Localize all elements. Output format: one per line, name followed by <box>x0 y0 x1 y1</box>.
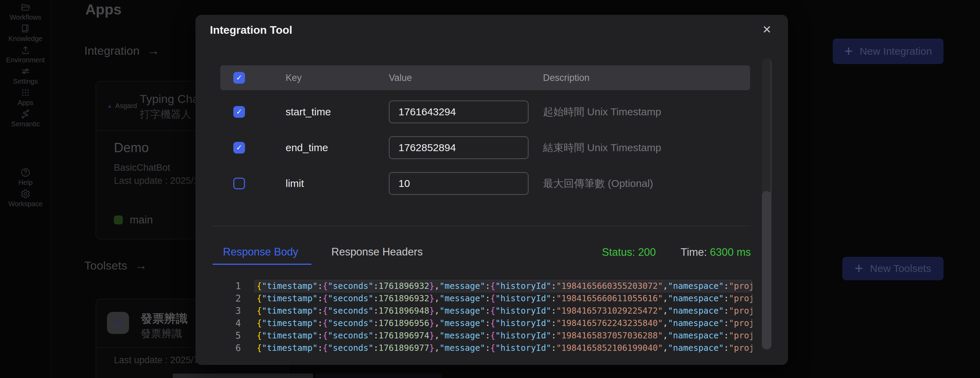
sidebar-main-nav: WorkflowsKnowledgeEnvironmentSettingsApp… <box>0 2 51 130</box>
branch-row: main <box>114 214 153 226</box>
upload-icon <box>20 45 30 55</box>
toolsets-section-link[interactable]: Toolsets → <box>84 258 147 273</box>
asgard-triangle-icon: ▲ <box>115 318 121 324</box>
parameter-description: 起始時間 Unix Timestamp <box>543 106 661 117</box>
toolset-card-title: 發票辨識 <box>141 311 188 327</box>
sidebar-item-label: Help <box>18 179 32 187</box>
arrow-right-icon: → <box>135 258 147 273</box>
sidebar-item-workflows[interactable]: Workflows <box>0 2 51 23</box>
row-checkbox-limit[interactable] <box>233 178 245 189</box>
sidebar-item-settings[interactable]: Settings <box>0 66 51 88</box>
gear-icon <box>20 189 30 199</box>
close-icon[interactable]: ✕ <box>762 24 772 35</box>
asgard-triangle-icon: ▲ <box>107 103 113 109</box>
brand-name: Asgard <box>112 324 124 328</box>
plus-icon: + <box>855 262 863 275</box>
sidebar-item-label: Semantic <box>11 120 40 128</box>
sidebar-item-help[interactable]: Help <box>0 167 51 189</box>
column-header-key: Key <box>286 73 389 83</box>
parameter-value-input-end_time[interactable] <box>389 136 528 159</box>
brand-name: Asgard <box>115 102 137 110</box>
grid-icon <box>20 88 30 98</box>
asgard-logo: ▲ Asgard <box>107 312 129 334</box>
new-toolsets-button[interactable]: + New Toolsets <box>842 257 943 280</box>
parameter-row-start_time: ✓start_time起始時間 Unix Timestamp <box>220 94 750 130</box>
toolsets-section-label: Toolsets <box>84 259 127 272</box>
app-card-title: Typing Chat <box>140 92 202 106</box>
sidebar-item-label: Workflows <box>10 13 41 21</box>
parameter-key: limit <box>286 178 304 189</box>
response-json-line: {"timestamp":{"seconds":1761896956},"mes… <box>254 317 752 329</box>
sidebar-item-label: Workspace <box>8 200 43 208</box>
check-icon: ✓ <box>236 108 242 116</box>
folder-icon <box>20 2 30 13</box>
sidebar: WorkflowsKnowledgeEnvironmentSettingsApp… <box>0 0 51 378</box>
response-json-code[interactable]: {"timestamp":{"seconds":1761896932},"mes… <box>254 280 752 354</box>
tab-response-body[interactable]: Response Body <box>213 243 312 265</box>
new-integration-label: New Integration <box>859 45 932 57</box>
section-divider <box>213 226 750 226</box>
branch-name: main <box>130 214 153 226</box>
parameter-value-input-limit[interactable] <box>389 172 528 195</box>
response-json-line: {"timestamp":{"seconds":1761896948},"mes… <box>254 305 752 317</box>
time-badge: Time: 6300 ms <box>681 246 751 258</box>
environment-name: Demo <box>114 140 149 155</box>
response-meta: Status: 200 Time: 6300 ms <box>602 245 751 260</box>
sidebar-item-label: Knowledge <box>9 35 43 43</box>
parameter-description: 結束時間 Unix Timestamp <box>543 142 661 153</box>
line-number: 6 <box>224 342 241 354</box>
tab-response-headers[interactable]: Response Headers <box>321 243 433 265</box>
screen: Apps Integration → ▲ Asgard Typing Chat … <box>0 0 980 378</box>
sidebar-footer-nav: HelpWorkspace <box>0 167 51 210</box>
line-number: 2 <box>224 292 241 305</box>
sidebar-item-knowledge[interactable]: Knowledge <box>0 23 51 45</box>
line-number: 3 <box>224 305 241 317</box>
page-title: Apps <box>85 2 121 18</box>
app-type: BasicChatBot <box>114 163 170 173</box>
row-checkbox-end_time[interactable]: ✓ <box>233 142 245 153</box>
plus-icon: + <box>845 45 853 58</box>
response-tabs: Response Body Response Headers <box>213 243 433 265</box>
parameter-rows: ✓start_time起始時間 Unix Timestamp✓end_time結… <box>220 94 750 201</box>
help-icon <box>20 167 30 178</box>
new-integration-button[interactable]: + New Integration <box>833 38 943 64</box>
column-header-description: Description <box>543 73 750 83</box>
column-header-value: Value <box>389 73 543 83</box>
parameter-key: start_time <box>286 106 331 117</box>
sidebar-item-workspace[interactable]: Workspace <box>0 189 51 210</box>
row-checkbox-start_time[interactable]: ✓ <box>233 106 245 118</box>
check-icon: ✓ <box>236 144 242 152</box>
sidebar-item-label: Environment <box>6 56 45 64</box>
select-all-checkbox[interactable]: ✓ <box>233 72 245 84</box>
arrow-right-icon: → <box>147 43 160 58</box>
modal-title: Integration Tool <box>210 24 292 37</box>
status-badge: Status: 200 <box>602 246 656 258</box>
app-brand: ▲ Asgard <box>107 102 137 110</box>
book-icon <box>20 23 30 34</box>
parameter-key: end_time <box>286 142 328 153</box>
new-toolsets-label: New Toolsets <box>870 263 931 274</box>
line-number: 4 <box>224 317 241 329</box>
app-card-subtitle: 打字機器人 <box>140 107 191 121</box>
parameter-row-end_time: ✓end_time結束時間 Unix Timestamp <box>220 130 750 166</box>
sidebar-item-environment[interactable]: Environment <box>0 45 51 66</box>
parameter-table: ✓ Key Value Description ✓start_time起始時間 … <box>220 65 750 201</box>
response-json-line: {"timestamp":{"seconds":1761896974},"mes… <box>254 329 752 342</box>
integration-section-link[interactable]: Integration → <box>84 43 160 58</box>
share-icon <box>20 109 30 119</box>
sidebar-item-label: Apps <box>18 99 33 107</box>
line-number-gutter: 123456 <box>224 280 241 354</box>
background-partial-element <box>173 373 313 378</box>
sidebar-item-label: Settings <box>13 77 38 85</box>
line-number: 5 <box>224 329 241 342</box>
sidebar-item-apps[interactable]: Apps <box>0 88 51 109</box>
response-json-line: {"timestamp":{"seconds":1761896932},"mes… <box>254 292 752 305</box>
background-partial-element <box>315 373 442 378</box>
check-icon: ✓ <box>236 74 242 81</box>
parameter-value-input-start_time[interactable] <box>389 100 528 123</box>
sidebar-item-semantic[interactable]: Semantic <box>0 109 51 130</box>
response-body-viewer: 123456 {"timestamp":{"seconds":176189693… <box>196 280 788 361</box>
parameter-row-limit: limit最大回傳筆數 (Optional) <box>220 166 750 201</box>
line-number: 1 <box>224 280 241 292</box>
branch-status-dot <box>114 215 123 225</box>
